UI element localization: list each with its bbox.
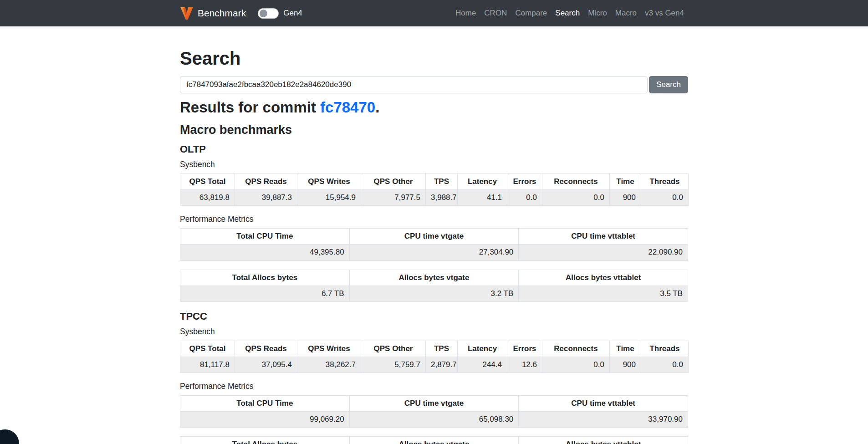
cell-latency: 41.1 (458, 190, 507, 206)
nav-link-macro[interactable]: Macro (611, 9, 641, 18)
table-header-row: Total CPU Time CPU time vtgate CPU time … (180, 396, 688, 412)
col-header-qps-reads: QPS Reads (235, 174, 297, 190)
allocs-table-tpcc: Total Allocs bytes Allocs bytes vtgate A… (180, 436, 688, 444)
search-form: Search (180, 76, 688, 93)
col-header-errors: Errors (507, 341, 542, 357)
col-header-threads: Threads (641, 341, 689, 357)
commit-link[interactable]: fc78470 (320, 99, 375, 116)
vitess-logo-icon (180, 6, 194, 20)
col-header-allocs-bytes-vttablet: Allocs bytes vttablet (519, 270, 688, 286)
allocs-table-oltp: Total Allocs bytes Allocs bytes vtgate A… (180, 270, 688, 302)
col-header-allocs-bytes-vtgate: Allocs bytes vtgate (349, 270, 519, 286)
table-header-row: QPS Total QPS Reads QPS Writes QPS Other… (180, 174, 689, 190)
col-header-cpu-time-vttablet: CPU time vttablet (519, 229, 688, 245)
results-suffix: . (375, 99, 379, 116)
col-header-qps-other: QPS Other (361, 341, 426, 357)
gen4-toggle[interactable] (258, 8, 279, 19)
table-row: 6.7 TB 3.2 TB 3.5 TB (180, 286, 688, 301)
col-header-cpu-time-vtgate: CPU time vtgate (349, 229, 519, 245)
table-header-row: Total CPU Time CPU time vtgate CPU time … (180, 229, 688, 245)
cell-allocs-bytes-vtgate: 3.2 TB (349, 286, 519, 301)
sysbench-table-oltp: QPS Total QPS Reads QPS Writes QPS Other… (180, 174, 689, 206)
sysbench-label-tpcc: Sysbench (180, 327, 688, 337)
cell-time: 900 (610, 357, 641, 373)
table-header-row: Total Allocs bytes Allocs bytes vtgate A… (180, 270, 688, 286)
cell-qps-reads: 39,887.3 (235, 190, 297, 206)
section-heading-oltp: OLTP (180, 143, 688, 155)
table-header-row: QPS Total QPS Reads QPS Writes QPS Other… (180, 341, 689, 357)
col-header-qps-reads: QPS Reads (235, 341, 297, 357)
col-header-time: Time (610, 341, 641, 357)
table-row: 99,069.20 65,098.30 33,970.90 (180, 412, 688, 428)
cell-errors: 0.0 (507, 190, 542, 206)
gen4-toggle-label: Gen4 (283, 9, 302, 18)
col-header-tps: TPS (426, 174, 458, 190)
col-header-total-allocs-bytes: Total Allocs bytes (180, 270, 350, 286)
col-header-latency: Latency (458, 174, 507, 190)
macro-benchmarks-heading: Macro benchmarks (180, 123, 688, 137)
sysbench-table-tpcc: QPS Total QPS Reads QPS Writes QPS Other… (180, 341, 689, 373)
table-row: 81,117.8 37,095.4 38,262.7 5,759.7 2,879… (180, 357, 689, 373)
brand-group: Benchmark Gen4 (180, 6, 302, 20)
cell-tps: 2,879.7 (426, 357, 458, 373)
col-header-reconnects: Reconnects (542, 174, 610, 190)
nav-links: Home CRON Compare Search Micro Macro v3 … (451, 9, 688, 18)
col-header-qps-total: QPS Total (180, 174, 235, 190)
toggle-knob (260, 10, 267, 17)
col-header-threads: Threads (641, 174, 689, 190)
nav-link-search[interactable]: Search (551, 9, 584, 18)
main-content: Search Search Results for commit fc78470… (180, 26, 688, 444)
page-title: Search (180, 48, 688, 69)
performance-metrics-label-oltp: Performance Metrics (180, 214, 688, 224)
col-header-total-cpu-time: Total CPU Time (180, 396, 350, 412)
col-header-qps-total: QPS Total (180, 341, 235, 357)
cell-total-cpu-time: 49,395.80 (180, 245, 350, 260)
nav-link-micro[interactable]: Micro (584, 9, 611, 18)
results-prefix: Results for commit (180, 99, 320, 116)
col-header-latency: Latency (458, 341, 507, 357)
cell-tps: 3,988.7 (426, 190, 458, 206)
nav-link-compare[interactable]: Compare (511, 9, 551, 18)
results-heading: Results for commit fc78470. (180, 99, 688, 116)
col-header-allocs-bytes-vttablet: Allocs bytes vttablet (519, 437, 688, 444)
cell-reconnects: 0.0 (542, 190, 610, 206)
cell-errors: 12.6 (507, 357, 542, 373)
table-row: 49,395.80 27,304.90 22,090.90 (180, 245, 688, 260)
col-header-qps-writes: QPS Writes (297, 341, 361, 357)
col-header-total-cpu-time: Total CPU Time (180, 229, 350, 245)
sysbench-label-oltp: Sysbench (180, 160, 688, 169)
corner-blob[interactable] (0, 429, 19, 444)
col-header-errors: Errors (507, 174, 542, 190)
nav-link-home[interactable]: Home (451, 9, 480, 18)
col-header-time: Time (610, 174, 641, 190)
performance-metrics-label-tpcc: Performance Metrics (180, 382, 688, 391)
cell-cpu-time-vtgate: 65,098.30 (349, 412, 519, 428)
cpu-table-tpcc: Total CPU Time CPU time vtgate CPU time … (180, 395, 688, 428)
cell-qps-total: 63,819.8 (180, 190, 235, 206)
cell-total-cpu-time: 99,069.20 (180, 412, 350, 428)
cell-time: 900 (610, 190, 641, 206)
col-header-cpu-time-vtgate: CPU time vtgate (349, 396, 519, 412)
col-header-total-allocs-bytes: Total Allocs bytes (180, 437, 350, 444)
cpu-table-oltp: Total CPU Time CPU time vtgate CPU time … (180, 228, 688, 260)
table-header-row: Total Allocs bytes Allocs bytes vtgate A… (180, 437, 688, 444)
search-input[interactable] (180, 76, 648, 93)
navbar: Benchmark Gen4 Home CRON Compare Search … (0, 0, 868, 26)
cell-qps-total: 81,117.8 (180, 357, 235, 373)
cell-qps-other: 7,977.5 (361, 190, 426, 206)
col-header-qps-other: QPS Other (361, 174, 426, 190)
cell-qps-writes: 38,262.7 (297, 357, 361, 373)
col-header-qps-writes: QPS Writes (297, 174, 361, 190)
cell-qps-writes: 15,954.9 (297, 190, 361, 206)
search-button[interactable]: Search (649, 76, 688, 93)
col-header-allocs-bytes-vtgate: Allocs bytes vtgate (349, 437, 519, 444)
section-heading-tpcc: TPCC (180, 311, 688, 322)
col-header-cpu-time-vttablet: CPU time vttablet (519, 396, 688, 412)
cell-latency: 244.4 (458, 357, 507, 373)
col-header-tps: TPS (426, 341, 458, 357)
nav-link-cron[interactable]: CRON (480, 9, 511, 18)
brand-title[interactable]: Benchmark (198, 8, 246, 19)
table-row: 63,819.8 39,887.3 15,954.9 7,977.5 3,988… (180, 190, 689, 206)
nav-link-v3-vs-gen4[interactable]: v3 vs Gen4 (641, 9, 688, 18)
cell-cpu-time-vtgate: 27,304.90 (349, 245, 519, 260)
